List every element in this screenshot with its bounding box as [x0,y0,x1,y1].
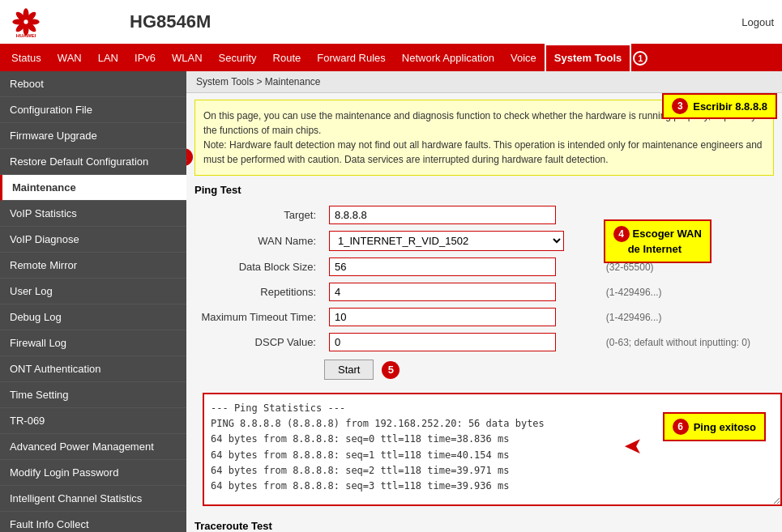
nav-wan[interactable]: WAN [49,45,90,71]
callout-3-text: Escribir 8.8.8.8 [693,100,767,113]
label-repetitions: Repetitions: [194,279,324,304]
field-repetitions: Repetitions: (1-429496...) [194,279,774,304]
nav-route[interactable]: Route [265,45,310,71]
label-dscp: DSCP Value: [194,330,324,355]
logo-area: HUAWEI [8,4,122,40]
traceroute-title: Traceroute Test [194,520,774,532]
hint-timeout: (1-429496...) [606,312,662,323]
sidebar: Reboot Configuration File Firmware Upgra… [0,71,186,532]
circle-5: 5 [382,361,400,379]
sidebar-item-modify-login[interactable]: Modify Login Password [0,460,186,486]
sidebar-item-voip-diagnose[interactable]: VoIP Diagnose [0,227,186,253]
sidebar-item-intelligent-channel[interactable]: Intelligent Channel Statistics [0,486,186,512]
start-button[interactable]: Start [324,360,374,380]
nav-wlan[interactable]: WLAN [164,45,211,71]
output-section: --- Ping Statistics --- PING 8.8.8.8 (8.… [194,388,774,513]
nav-ipv6[interactable]: IPv6 [126,45,164,71]
sidebar-item-restore-default[interactable]: Restore Default Configuration [0,149,186,175]
start-row: Start 5 [324,360,774,380]
hint-repetitions: (1-429496...) [606,287,662,298]
content-area: System Tools > Maintenance 3 Escribir 8.… [186,71,782,532]
circle-2: 2 [186,148,193,166]
wan-name-select[interactable]: 1_INTERNET_R_VID_1502 [329,231,564,251]
svg-point-8 [24,19,28,23]
brand-title: HG8546M [122,11,741,32]
circle-3: 3 [672,98,688,114]
sidebar-item-fault-info[interactable]: Fault Info Collect [0,512,186,532]
nav-security[interactable]: Security [211,45,265,71]
nav-system-tools[interactable]: System Tools [545,44,632,73]
field-wan-name: WAN Name: 1_INTERNET_R_VID_1502 4Escoger… [194,228,774,254]
ping-output[interactable]: --- Ping Statistics --- PING 8.8.8.8 (8.… [203,393,782,506]
nav-voice[interactable]: Voice [502,45,545,71]
sidebar-item-ont-authentication[interactable]: ONT Authentication [0,356,186,382]
hint-dscp: (0-63; default without inputting: 0) [606,337,750,348]
sidebar-item-time-setting[interactable]: Time Setting [0,382,186,408]
sidebar-item-reboot[interactable]: Reboot [0,71,186,97]
traceroute-section: Traceroute Test Target: * [194,520,774,532]
nav-lan[interactable]: LAN [90,45,126,71]
callout-4: 4Escoger WAN de Internet [604,219,711,263]
callout-6-text: Ping exitoso [694,421,756,433]
field-dscp: DSCP Value: (0-63; default without input… [194,330,774,355]
circle-4: 4 [613,226,630,242]
ping-test-title: Ping Test [194,181,774,196]
timeout-input[interactable] [329,308,556,326]
sidebar-item-advanced-power[interactable]: Advanced Power Management [0,434,186,460]
data-block-input[interactable] [329,257,556,276]
nav-status[interactable]: Status [3,45,49,71]
huawei-logo-icon: HUAWEI [8,4,44,40]
nav-forward-rules[interactable]: Forward Rules [309,45,394,71]
sidebar-item-user-log[interactable]: User Log [0,279,186,304]
nav-network-application[interactable]: Network Application [394,45,502,71]
sidebar-item-maintenance[interactable]: Maintenance [0,175,186,201]
sidebar-item-tr069[interactable]: TR-069 [0,408,186,434]
target-input[interactable] [329,206,556,224]
logout-button[interactable]: Logout [741,16,774,28]
ping-form: Target: WAN Name: 1_INTERNET_R_VID_1502 [194,202,774,355]
circle-6: 6 [673,419,689,435]
ping-test-section: Ping Test Target: WAN Name: 1_INTERNET_R… [194,181,774,380]
header: HUAWEI HG8546M Logout [0,0,782,45]
nav-badge: 1 [633,51,647,66]
arrow-6-icon: ➤ [624,432,643,459]
field-timeout: Maximum Timeout Time: (1-429496...) [194,304,774,330]
svg-text:HUAWEI: HUAWEI [16,32,36,38]
sidebar-item-debug-log[interactable]: Debug Log [0,304,186,330]
sidebar-item-firewall-log[interactable]: Firewall Log [0,330,186,356]
label-data-block: Data Block Size: [194,254,324,279]
sidebar-item-voip-statistics[interactable]: VoIP Statistics [0,201,186,227]
repetitions-input[interactable] [329,283,556,301]
callout-6: 6 Ping exitoso [663,412,766,441]
sidebar-item-remote-mirror[interactable]: Remote Mirror [0,253,186,279]
sidebar-item-configuration-file[interactable]: Configuration File [0,97,186,123]
label-target: Target: [194,202,324,228]
main-layout: Reboot Configuration File Firmware Upgra… [0,71,782,532]
callout-3: 3 Escribir 8.8.8.8 [662,93,777,119]
dscp-input[interactable] [329,333,556,351]
breadcrumb: System Tools > Maintenance [186,71,782,93]
sidebar-item-firmware-upgrade[interactable]: Firmware Upgrade [0,123,186,149]
label-timeout: Maximum Timeout Time: [194,304,324,330]
navbar: Status WAN LAN IPv6 WLAN Security Route … [0,45,782,71]
label-wan-name: WAN Name: [194,228,324,254]
